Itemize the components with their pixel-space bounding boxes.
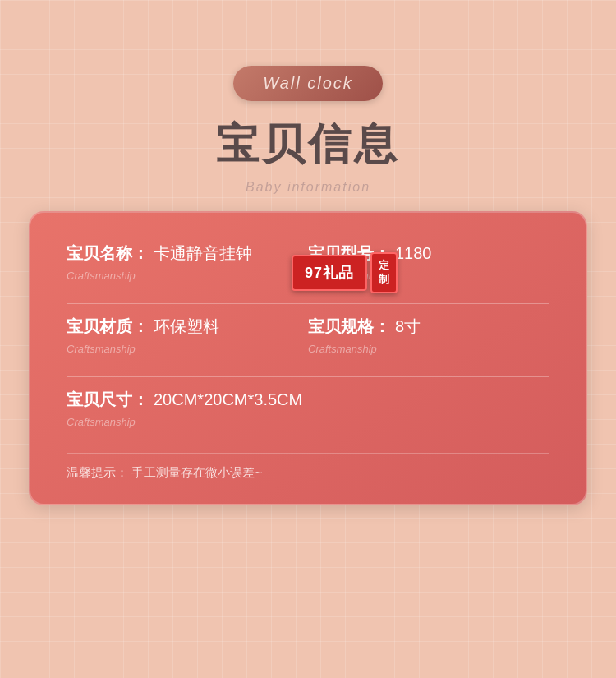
wall-clock-badge: Wall clock <box>233 66 383 101</box>
tip-label: 温馨提示： <box>67 465 128 479</box>
tip-section: 温馨提示： 手工测量存在微小误差~ <box>67 465 549 481</box>
name-field: 宝贝名称： 卡通静音挂钟 <box>67 242 308 265</box>
name-column: 宝贝名称： 卡通静音挂钟 Craftsmanship <box>67 242 308 292</box>
stamp-main: 97礼品 <box>292 255 367 291</box>
tip-value: 手工测量存在微小误差~ <box>131 465 262 479</box>
main-title: 宝贝信息 <box>216 116 400 173</box>
spec-field: 宝贝规格： 8寸 <box>308 316 549 338</box>
material-field: 宝贝材质： 环保塑料 <box>67 316 308 338</box>
name-label: 宝贝名称： <box>67 242 149 265</box>
section-divider <box>67 453 549 454</box>
spec-column: 宝贝规格： 8寸 Craftsmanship <box>308 316 549 365</box>
name-value: 卡通静音挂钟 <box>154 242 252 265</box>
material-column: 宝贝材质： 环保塑料 Craftsmanship <box>67 316 308 365</box>
material-value: 环保塑料 <box>154 316 219 338</box>
spec-sub: Craftsmanship <box>308 343 549 355</box>
info-row-3: 宝贝尺寸： 20CM*20CM*3.5CM Craftsmanship <box>67 389 549 438</box>
material-sub: Craftsmanship <box>67 343 308 355</box>
material-label: 宝贝材质： <box>67 316 149 338</box>
model-value: 1180 <box>395 244 432 263</box>
stamp-container: 97礼品 定制 <box>292 252 398 293</box>
name-sub: Craftsmanship <box>67 270 308 282</box>
divider-2 <box>67 376 549 377</box>
size-label: 宝贝尺寸： <box>67 389 149 411</box>
info-row-2: 宝贝材质： 环保塑料 Craftsmanship 宝贝规格： 8寸 Crafts… <box>67 316 549 365</box>
badge-label: Wall clock <box>263 74 353 92</box>
size-column: 宝贝尺寸： 20CM*20CM*3.5CM Craftsmanship <box>67 389 549 438</box>
spec-label: 宝贝规格： <box>308 316 390 338</box>
size-field: 宝贝尺寸： 20CM*20CM*3.5CM <box>67 389 549 411</box>
stamp-small: 定制 <box>370 252 398 293</box>
size-sub: Craftsmanship <box>67 416 549 428</box>
sub-title: Baby information <box>246 180 370 195</box>
info-card: 97礼品 定制 宝贝名称： 卡通静音挂钟 Craftsmanship 宝贝型号：… <box>29 211 587 505</box>
size-value: 20CM*20CM*3.5CM <box>154 390 302 409</box>
top-section: Wall clock 宝贝信息 Baby information <box>216 0 400 195</box>
divider-1 <box>67 303 549 304</box>
spec-value: 8寸 <box>395 316 421 338</box>
